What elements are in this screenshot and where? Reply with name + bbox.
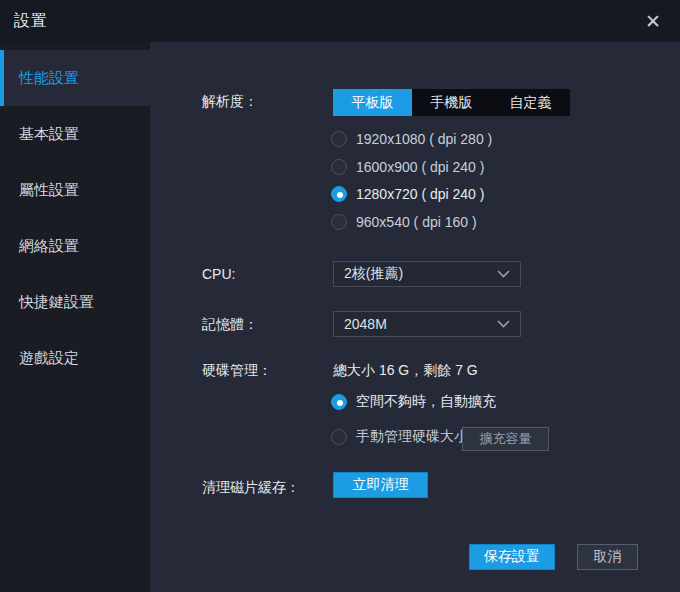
resolution-option-1280x720[interactable]: 1280x720 ( dpi 240 ) [331, 186, 484, 202]
memory-dropdown[interactable]: 2048M [333, 311, 521, 337]
sidebar-item-label: 遊戲設定 [19, 349, 79, 368]
resolution-tabs: 平板版 手機版 自定義 [333, 89, 570, 116]
sidebar-item-label: 快捷鍵設置 [19, 293, 94, 312]
radio-icon [331, 159, 347, 175]
expand-capacity-button[interactable]: 擴充容量 [462, 427, 549, 451]
resolution-option-960x540[interactable]: 960x540 ( dpi 160 ) [331, 214, 477, 230]
radio-icon [331, 214, 347, 230]
cpu-label: CPU: [202, 266, 235, 282]
sidebar-item-performance[interactable]: 性能設置 [0, 50, 150, 106]
radio-icon [331, 394, 347, 410]
disk-label: 硬碟管理： [202, 362, 272, 380]
chevron-down-icon [497, 320, 510, 328]
sidebar-item-hotkey[interactable]: 快捷鍵設置 [0, 274, 150, 330]
radio-label: 1600x900 ( dpi 240 ) [356, 159, 484, 175]
chevron-down-icon [497, 270, 510, 278]
close-icon[interactable]: ✕ [640, 8, 666, 34]
clean-now-button[interactable]: 立即清理 [333, 472, 428, 498]
radio-label: 1280x720 ( dpi 240 ) [356, 186, 484, 202]
titlebar: 設置 ✕ [0, 0, 680, 42]
sidebar-item-basic[interactable]: 基本設置 [0, 106, 150, 162]
resolution-option-1600x900[interactable]: 1600x900 ( dpi 240 ) [331, 159, 484, 175]
cpu-dropdown[interactable]: 2核(推薦) [333, 261, 521, 287]
sidebar-item-label: 網絡設置 [19, 237, 79, 256]
radio-label: 空間不夠時，自動擴充 [356, 393, 496, 411]
sidebar-item-label: 性能設置 [19, 69, 79, 88]
resolution-option-1920x1080[interactable]: 1920x1080 ( dpi 280 ) [331, 131, 492, 147]
tab-phone[interactable]: 手機版 [412, 89, 491, 116]
sidebar-item-game[interactable]: 遊戲設定 [0, 330, 150, 386]
radio-label: 手動管理硬碟大小 [356, 428, 468, 446]
sidebar: 性能設置 基本設置 屬性設置 網絡設置 快捷鍵設置 遊戲設定 [0, 42, 150, 592]
save-settings-button[interactable]: 保存設置 [469, 544, 555, 570]
tab-custom[interactable]: 自定義 [491, 89, 570, 116]
disk-option-auto-expand[interactable]: 空間不夠時，自動擴充 [331, 394, 496, 410]
radio-icon [331, 186, 347, 202]
cpu-dropdown-value: 2核(推薦) [344, 265, 403, 283]
cancel-button[interactable]: 取消 [577, 544, 638, 570]
memory-label: 記憶體： [202, 316, 258, 334]
radio-label: 1920x1080 ( dpi 280 ) [356, 131, 492, 147]
settings-dialog: 設置 ✕ 性能設置 基本設置 屬性設置 網絡設置 快捷鍵設置 遊戲設定 解析度：… [0, 0, 680, 592]
memory-dropdown-value: 2048M [344, 316, 387, 332]
disk-info-text: 總大小 16 G，剩餘 7 G [333, 362, 478, 380]
cache-label: 清理磁片緩存： [202, 479, 300, 497]
radio-icon [331, 131, 347, 147]
radio-label: 960x540 ( dpi 160 ) [356, 214, 477, 230]
sidebar-item-label: 屬性設置 [19, 181, 79, 200]
main-content: 解析度： 平板版 手機版 自定義 1920x1080 ( dpi 280 ) 1… [150, 42, 680, 592]
dialog-title: 設置 [14, 11, 48, 32]
tab-tablet[interactable]: 平板版 [333, 89, 412, 116]
sidebar-item-label: 基本設置 [19, 125, 79, 144]
resolution-label: 解析度： [202, 93, 258, 111]
radio-icon [331, 429, 347, 445]
sidebar-item-property[interactable]: 屬性設置 [0, 162, 150, 218]
sidebar-item-network[interactable]: 網絡設置 [0, 218, 150, 274]
disk-option-manual[interactable]: 手動管理硬碟大小 [331, 429, 468, 445]
